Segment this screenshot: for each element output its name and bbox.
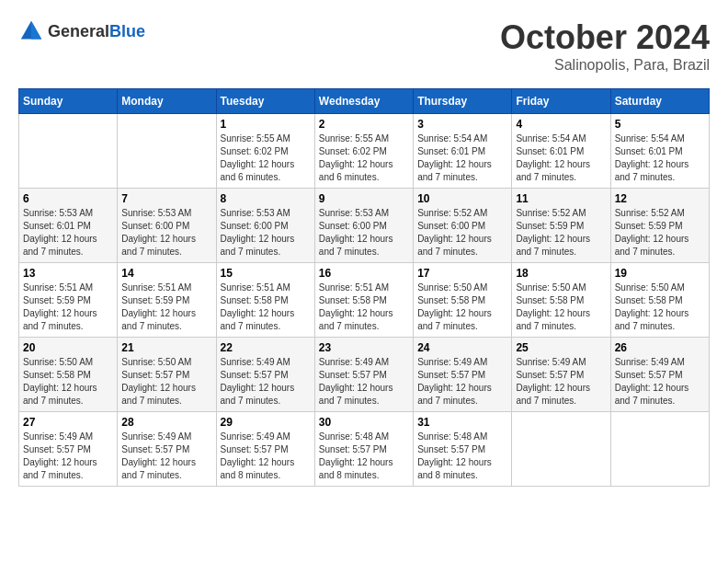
day-number: 10 xyxy=(417,192,507,205)
calendar-cell: 11Sunrise: 5:52 AM Sunset: 5:59 PM Dayli… xyxy=(512,189,610,263)
day-number: 21 xyxy=(121,341,211,354)
day-info: Sunrise: 5:50 AM Sunset: 5:57 PM Dayligh… xyxy=(121,356,211,408)
day-info: Sunrise: 5:49 AM Sunset: 5:57 PM Dayligh… xyxy=(417,356,507,408)
day-number: 20 xyxy=(23,341,113,354)
weekday-header: Sunday xyxy=(19,89,118,114)
calendar-cell: 15Sunrise: 5:51 AM Sunset: 5:58 PM Dayli… xyxy=(216,263,314,338)
calendar-cell: 10Sunrise: 5:52 AM Sunset: 6:00 PM Dayli… xyxy=(414,189,512,263)
day-number: 24 xyxy=(417,341,507,354)
day-number: 29 xyxy=(221,416,311,429)
calendar-cell xyxy=(610,412,709,487)
day-info: Sunrise: 5:49 AM Sunset: 5:57 PM Dayligh… xyxy=(221,356,311,408)
day-number: 30 xyxy=(319,416,409,429)
calendar-week-row: 20Sunrise: 5:50 AM Sunset: 5:58 PM Dayli… xyxy=(19,338,710,412)
day-info: Sunrise: 5:55 AM Sunset: 6:02 PM Dayligh… xyxy=(221,132,311,184)
day-number: 25 xyxy=(516,341,606,354)
day-number: 11 xyxy=(516,192,606,205)
day-info: Sunrise: 5:48 AM Sunset: 5:57 PM Dayligh… xyxy=(319,431,409,482)
calendar-cell: 18Sunrise: 5:50 AM Sunset: 5:58 PM Dayli… xyxy=(512,263,610,338)
day-number: 2 xyxy=(319,118,409,131)
day-number: 28 xyxy=(121,416,211,429)
calendar-cell: 20Sunrise: 5:50 AM Sunset: 5:58 PM Dayli… xyxy=(19,338,118,412)
day-info: Sunrise: 5:50 AM Sunset: 5:58 PM Dayligh… xyxy=(516,282,606,333)
day-info: Sunrise: 5:51 AM Sunset: 5:59 PM Dayligh… xyxy=(23,282,113,333)
calendar-cell: 30Sunrise: 5:48 AM Sunset: 5:57 PM Dayli… xyxy=(314,412,413,487)
day-info: Sunrise: 5:49 AM Sunset: 5:57 PM Dayligh… xyxy=(221,431,311,482)
calendar-cell: 21Sunrise: 5:50 AM Sunset: 5:57 PM Dayli… xyxy=(118,338,216,412)
calendar-cell: 23Sunrise: 5:49 AM Sunset: 5:57 PM Dayli… xyxy=(314,338,413,412)
day-info: Sunrise: 5:49 AM Sunset: 5:57 PM Dayligh… xyxy=(615,356,705,408)
day-info: Sunrise: 5:50 AM Sunset: 5:58 PM Dayligh… xyxy=(615,282,705,333)
day-number: 18 xyxy=(516,267,606,280)
calendar-week-row: 27Sunrise: 5:49 AM Sunset: 5:57 PM Dayli… xyxy=(19,412,710,487)
svg-marker-1 xyxy=(31,21,41,40)
calendar-cell: 14Sunrise: 5:51 AM Sunset: 5:59 PM Dayli… xyxy=(118,263,216,338)
day-number: 6 xyxy=(23,192,113,205)
logo-icon xyxy=(18,18,44,44)
day-number: 22 xyxy=(221,341,311,354)
day-number: 8 xyxy=(221,192,311,205)
day-info: Sunrise: 5:52 AM Sunset: 5:59 PM Dayligh… xyxy=(516,207,606,259)
day-info: Sunrise: 5:54 AM Sunset: 6:01 PM Dayligh… xyxy=(417,132,507,184)
calendar-cell: 27Sunrise: 5:49 AM Sunset: 5:57 PM Dayli… xyxy=(19,412,118,487)
day-number: 14 xyxy=(121,267,211,280)
day-info: Sunrise: 5:53 AM Sunset: 6:00 PM Dayligh… xyxy=(319,207,409,259)
logo: GeneralBlue xyxy=(18,18,145,44)
day-info: Sunrise: 5:52 AM Sunset: 6:00 PM Dayligh… xyxy=(417,207,507,259)
weekday-header: Thursday xyxy=(414,89,512,114)
day-number: 19 xyxy=(615,267,705,280)
day-number: 4 xyxy=(516,118,606,131)
day-info: Sunrise: 5:50 AM Sunset: 5:58 PM Dayligh… xyxy=(23,356,113,408)
day-number: 1 xyxy=(221,118,311,131)
calendar-cell: 9Sunrise: 5:53 AM Sunset: 6:00 PM Daylig… xyxy=(314,189,413,263)
calendar-cell: 4Sunrise: 5:54 AM Sunset: 6:01 PM Daylig… xyxy=(512,114,610,189)
day-number: 9 xyxy=(319,192,409,205)
calendar-cell: 2Sunrise: 5:55 AM Sunset: 6:02 PM Daylig… xyxy=(314,114,413,189)
calendar-cell: 28Sunrise: 5:49 AM Sunset: 5:57 PM Dayli… xyxy=(118,412,216,487)
day-info: Sunrise: 5:49 AM Sunset: 5:57 PM Dayligh… xyxy=(516,356,606,408)
logo-text-general: General xyxy=(48,22,109,40)
day-number: 31 xyxy=(417,416,507,429)
logo-text-blue: Blue xyxy=(109,22,145,40)
day-number: 17 xyxy=(417,267,507,280)
day-info: Sunrise: 5:48 AM Sunset: 5:57 PM Dayligh… xyxy=(417,431,507,482)
month-title: October 2024 xyxy=(500,18,710,57)
day-number: 12 xyxy=(615,192,705,205)
calendar-cell: 25Sunrise: 5:49 AM Sunset: 5:57 PM Dayli… xyxy=(512,338,610,412)
day-info: Sunrise: 5:49 AM Sunset: 5:57 PM Dayligh… xyxy=(319,356,409,408)
calendar-table: SundayMondayTuesdayWednesdayThursdayFrid… xyxy=(18,88,710,487)
day-info: Sunrise: 5:53 AM Sunset: 6:00 PM Dayligh… xyxy=(221,207,311,259)
day-info: Sunrise: 5:54 AM Sunset: 6:01 PM Dayligh… xyxy=(516,132,606,184)
calendar-cell: 22Sunrise: 5:49 AM Sunset: 5:57 PM Dayli… xyxy=(216,338,314,412)
calendar-cell: 5Sunrise: 5:54 AM Sunset: 6:01 PM Daylig… xyxy=(610,114,709,189)
day-number: 16 xyxy=(319,267,409,280)
calendar-cell: 3Sunrise: 5:54 AM Sunset: 6:01 PM Daylig… xyxy=(414,114,512,189)
day-info: Sunrise: 5:55 AM Sunset: 6:02 PM Dayligh… xyxy=(319,132,409,184)
weekday-header: Saturday xyxy=(610,89,709,114)
day-number: 13 xyxy=(23,267,113,280)
day-number: 7 xyxy=(121,192,211,205)
day-info: Sunrise: 5:49 AM Sunset: 5:57 PM Dayligh… xyxy=(23,431,113,482)
calendar-week-row: 13Sunrise: 5:51 AM Sunset: 5:59 PM Dayli… xyxy=(19,263,710,338)
weekday-header: Friday xyxy=(512,89,610,114)
calendar-week-row: 1Sunrise: 5:55 AM Sunset: 6:02 PM Daylig… xyxy=(19,114,710,189)
day-number: 5 xyxy=(615,118,705,131)
day-info: Sunrise: 5:53 AM Sunset: 6:01 PM Dayligh… xyxy=(23,207,113,259)
weekday-header: Monday xyxy=(118,89,216,114)
calendar-cell: 31Sunrise: 5:48 AM Sunset: 5:57 PM Dayli… xyxy=(414,412,512,487)
day-number: 27 xyxy=(23,416,113,429)
calendar-cell: 16Sunrise: 5:51 AM Sunset: 5:58 PM Dayli… xyxy=(314,263,413,338)
day-info: Sunrise: 5:51 AM Sunset: 5:58 PM Dayligh… xyxy=(221,282,311,333)
day-info: Sunrise: 5:50 AM Sunset: 5:58 PM Dayligh… xyxy=(417,282,507,333)
calendar-cell: 24Sunrise: 5:49 AM Sunset: 5:57 PM Dayli… xyxy=(414,338,512,412)
day-number: 3 xyxy=(417,118,507,131)
calendar-cell: 13Sunrise: 5:51 AM Sunset: 5:59 PM Dayli… xyxy=(19,263,118,338)
day-info: Sunrise: 5:53 AM Sunset: 6:00 PM Dayligh… xyxy=(121,207,211,259)
calendar-cell: 12Sunrise: 5:52 AM Sunset: 5:59 PM Dayli… xyxy=(610,189,709,263)
page-header: GeneralBlue October 2024 Salinopolis, Pa… xyxy=(18,18,710,74)
calendar-week-row: 6Sunrise: 5:53 AM Sunset: 6:01 PM Daylig… xyxy=(19,189,710,263)
day-info: Sunrise: 5:54 AM Sunset: 6:01 PM Dayligh… xyxy=(615,132,705,184)
calendar-cell: 6Sunrise: 5:53 AM Sunset: 6:01 PM Daylig… xyxy=(19,189,118,263)
day-info: Sunrise: 5:51 AM Sunset: 5:59 PM Dayligh… xyxy=(121,282,211,333)
day-info: Sunrise: 5:51 AM Sunset: 5:58 PM Dayligh… xyxy=(319,282,409,333)
